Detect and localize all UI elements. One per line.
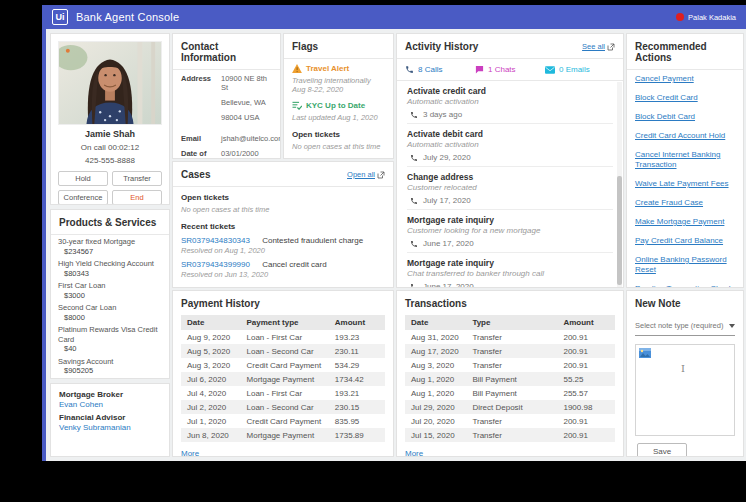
recommended-action-link[interactable]: Cancel Payment (635, 74, 735, 84)
transaction-row: Aug 1, 2020 Bill Payment 55.25 (405, 372, 615, 386)
recommended-action-link[interactable]: Pay Credit Card Balance (635, 236, 735, 246)
transfer-button[interactable]: Transfer (112, 171, 162, 186)
kyc-checklist-icon (292, 101, 302, 110)
dob-label: Date of Birth (181, 149, 221, 159)
payment-type: Loan - First Car (247, 389, 335, 398)
note-type-select[interactable]: Select note type (required) (635, 317, 735, 336)
column-header-amount: Amount (335, 318, 379, 327)
recommended-action-link[interactable]: Online Banking Password Reset (635, 255, 735, 275)
transaction-date: Aug 1, 2020 (411, 375, 472, 384)
payment-row: Jul 4, 2020 Loan - First Car 193.21 (181, 386, 385, 400)
email-envelope-icon (545, 66, 555, 74)
calls-filter[interactable]: 8 Calls (405, 65, 475, 74)
transaction-amount: 55.25 (563, 375, 609, 384)
recommended-action-link[interactable]: Waive Late Payment Fees (635, 179, 735, 189)
payment-row: Jul 1, 2020 Credit Card Payment 835.95 (181, 414, 385, 428)
image-placeholder-icon (639, 348, 651, 358)
activity-see-all-link[interactable]: See all (582, 42, 615, 51)
ticket-description: Contested fraudulent charge (262, 236, 363, 245)
travel-alert-desc: Traveling internationally Aug 8-22, 2020 (292, 76, 385, 94)
activity-entry: Mortgage rate inquiry Customer looking f… (407, 210, 613, 253)
activity-entry-date: 3 days ago (423, 110, 462, 119)
ticket-id-link[interactable]: SR0379434399990 (181, 260, 250, 269)
ticket-id-link[interactable]: SR0379434830343 (181, 236, 250, 245)
cases-open-all-link[interactable]: Open all (347, 170, 385, 179)
flags-open-tickets-label: Open tickets (292, 130, 385, 139)
advisors-card: Mortgage Broker Evan Cohen Financial Adv… (50, 383, 170, 457)
transaction-date: Aug 17, 2020 (411, 347, 472, 356)
recommended-action-link[interactable]: Block Debit Card (635, 112, 735, 122)
products-services-card: Products & Services 30-year fixed Mortga… (50, 209, 170, 379)
recommended-action-link[interactable]: Make Mortgage Payment (635, 217, 735, 227)
activity-entry-title: Change address (407, 172, 613, 182)
payment-history-more-link[interactable]: More (181, 449, 199, 457)
save-note-button[interactable]: Save (637, 443, 687, 457)
recommended-action-link[interactable]: Pending Transaction Check (635, 284, 735, 288)
hold-button[interactable]: Hold (58, 171, 108, 186)
payment-type: Credit Card Payment (247, 417, 335, 426)
payment-amount: 534.29 (335, 361, 379, 370)
transaction-row: Aug 3, 2020 Transfer 200.91 (405, 358, 615, 372)
phone-icon (410, 154, 418, 162)
new-note-title: New Note (627, 291, 743, 315)
ticket-resolved-date: Resolved on Aug 1, 2020 (181, 246, 385, 255)
user-menu[interactable]: Palak Kadakia (676, 13, 736, 22)
payment-amount: 230.11 (335, 347, 379, 356)
conference-button[interactable]: Conference (58, 190, 108, 205)
product-balance: $905205 (58, 366, 162, 376)
recommended-action-link[interactable]: Cancel Internet Banking Transaction (635, 150, 735, 170)
transaction-type: Transfer (472, 431, 563, 440)
ticket-description: Cancel credit card (262, 260, 326, 269)
recommended-action-link[interactable]: Create Fraud Case (635, 198, 735, 208)
address-line-3: 98004 USA (221, 113, 272, 122)
payment-date: Aug 3, 2020 (187, 361, 247, 370)
activity-scrollbar-thumb[interactable] (617, 176, 622, 285)
end-call-button[interactable]: End (112, 190, 162, 205)
payment-row: Aug 9, 2020 Loan - First Car 193.23 (181, 330, 385, 344)
see-all-label: See all (582, 42, 605, 51)
transaction-type: Transfer (472, 361, 563, 370)
activity-scrollbar-track[interactable] (617, 82, 622, 287)
app-window: Ui Bank Agent Console Palak Kadakia (42, 5, 746, 461)
activity-entry: Activate debit card Automatic activation… (407, 124, 613, 167)
financial-advisor-label: Financial Advisor (59, 413, 161, 422)
payment-row: Aug 3, 2020 Credit Card Payment 534.29 (181, 358, 385, 372)
emails-filter[interactable]: 0 Emails (545, 65, 615, 74)
mortgage-broker-link[interactable]: Evan Cohen (59, 400, 161, 409)
cases-open-tickets-value: No open cases at this time (181, 205, 385, 214)
payment-amount: 1734.42 (335, 375, 379, 384)
activity-history-card: Activity History See all 8 Calls 1 Chats (396, 33, 624, 288)
transaction-date: Aug 31, 2020 (411, 333, 472, 342)
travel-alert-flag: Travel Alert (292, 64, 385, 73)
transaction-type: Transfer (472, 347, 563, 356)
activity-entries-list: Activate credit card Automatic activatio… (397, 81, 623, 288)
product-balance: $8000 (58, 313, 162, 323)
calls-count: 8 Calls (418, 65, 442, 74)
transaction-type: Transfer (472, 333, 563, 342)
recommended-action-link[interactable]: Block Credit Card (635, 93, 735, 103)
payment-date: Jul 2, 2020 (187, 403, 247, 412)
recent-tickets-label: Recent tickets (181, 222, 385, 231)
chats-filter[interactable]: 1 Chats (475, 65, 545, 74)
transaction-amount: 255.57 (563, 389, 609, 398)
transactions-more-link[interactable]: More (405, 449, 423, 457)
transactions-title: Transactions (397, 291, 623, 315)
product-item: Savings Account $905205 (58, 357, 162, 376)
activity-entry-subtitle: Customer relocated (407, 183, 613, 192)
financial-advisor-link[interactable]: Venky Subramanian (59, 423, 161, 432)
phone-icon (405, 65, 414, 74)
payment-date: Aug 9, 2020 (187, 333, 247, 342)
product-name: High Yield Checking Account (58, 259, 162, 269)
payment-row: Jul 2, 2020 Loan - Second Car 230.15 (181, 400, 385, 414)
transaction-date: Aug 3, 2020 (411, 361, 472, 370)
transaction-row: Jul 20, 2020 Transfer 200.91 (405, 414, 615, 428)
last-30-days-label: Last 30 days... (181, 287, 385, 288)
recommended-action-link[interactable]: Credit Card Account Hold (635, 131, 735, 141)
activity-entry-subtitle: Chat transferred to banker through call (407, 269, 613, 278)
presence-status-icon (676, 13, 684, 21)
note-text-area[interactable]: I (635, 344, 735, 436)
ticket-resolved-date: Resolved on Jun 13, 2020 (181, 270, 385, 279)
contact-information-card: Contact Information Address 10900 NE 8th… (172, 33, 281, 159)
transaction-amount: 200.91 (563, 431, 609, 440)
product-balance: $234567 (58, 247, 162, 257)
